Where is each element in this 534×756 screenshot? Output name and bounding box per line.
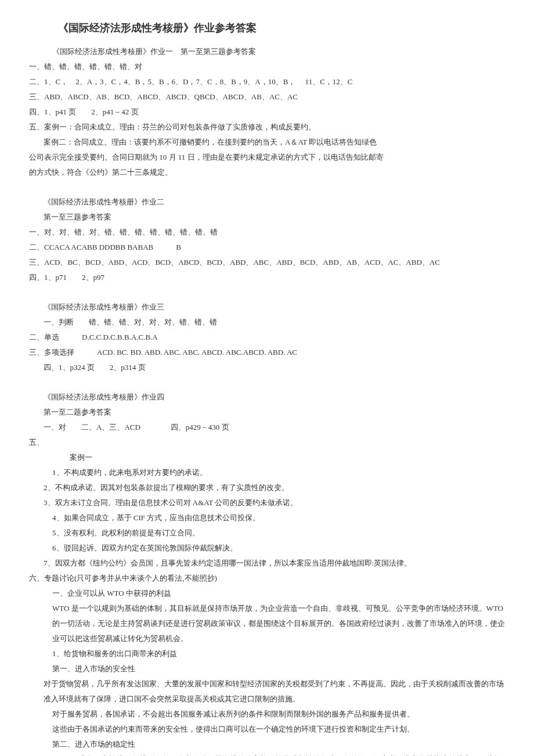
case1-2: 2、不构成承诺。因其对包装条款提出了模糊的要求，有了实质性的改变。	[29, 480, 505, 495]
topic6-p2c: 这些由于各国承诺的约束而带来的安全性，使得出口商可以在一个确定性的环境下进行投资…	[29, 722, 505, 737]
hw2-header: 《国际经济法形成性考核册》作业二	[29, 195, 505, 210]
hw3-header: 《国际经济法形成性考核册》作业三	[29, 300, 505, 315]
hw3-q4: 四、1、p324 页 2、p314 页	[29, 360, 505, 375]
hw4-sub: 第一至二题参考答案	[29, 405, 505, 420]
hw3-q2: 二、单选 D.C.C.D.C.B.B.A.C.B.A	[29, 330, 505, 345]
topic6-h1: 一、企业可以从 WTO 中获得的利益	[29, 586, 505, 601]
hw3-q1: 一、判断 错、错、错、对、对、对、错、错、错	[29, 315, 505, 330]
hw1-q3: 三、ABD、ABCD、AB、BCD、ABCD、ABCD、QBCD、ABCD、AB…	[29, 89, 505, 105]
hw4-header: 《国际经济法形成性考核册》作业四	[29, 390, 505, 405]
topic6-p1: WTO 是一个以规则为基础的体制，其目标就是保持市场开放，为企业营造一个自由、非…	[29, 601, 505, 646]
case1-label: 案例一	[29, 450, 505, 465]
hw1-q5: 五、案例一：合同未成立。理由：芬兰的公司对包装条件做了实质修改，构成反要约。	[29, 120, 505, 135]
case1-6: 6、驳回起诉。因双方约定在英国伦敦国际仲裁院解决。	[29, 541, 505, 556]
case1-5: 5、没有权利。此权利的前提是有订立合同。	[29, 525, 505, 541]
hw4-q5: 五、	[29, 435, 505, 450]
hw1-q4: 四、1、p41 页 2、p41－42 页	[29, 105, 505, 120]
hw2-q3: 三、ACD、BC、BCD、ABD、ACD、BCD、ABCD、BCD、ABD、AB…	[29, 255, 505, 270]
hw1-case2-c: 的方式快，符合《公约》第二十三条规定。	[29, 165, 505, 180]
hw2-sub: 第一至三题参考答案	[29, 210, 505, 225]
hw3-q3: 三、多项选择 ACD. BC. BD. ABD. ABC. ABC. ABCD.…	[29, 345, 505, 360]
hw1-case2-b: 公司表示完全接受要约。合同日期就为 10 月 11 日，理由是在要约未规定承诺的…	[29, 150, 505, 165]
hw1-q2: 二、1、C， 2、A，3、C，4、B，5、B，6、D，7、C，8、B，9、A，1…	[29, 74, 505, 89]
topic6-p3: WTO 要求各国实施统一的规则，各国有义务确保其海关估价和检验符合强制性的标准，…	[29, 752, 505, 756]
case1-4: 4、如果合同成立，基于 CIF 方式，应当由信息技术公司投保。	[29, 510, 505, 525]
hw1-case2-a: 案例二：合同成立。理由：该要约系不可撤销要约，在接到要约的当天，A＆AT 即以电…	[29, 135, 505, 150]
topic6-p2a: 对于货物贸易，几乎所有发达国家、大量的发展中国家和转型经济国家的关税都受到了约束…	[29, 676, 505, 707]
topic6-p2b: 对于服务贸易，各国承诺，不会超出各国服务减让表所列的条件和限制而限制外国的服务产…	[29, 707, 505, 722]
case1-7: 7、因双方都《纽约公约》会员国，且事先皆未约定适用哪一国法律，所以本案应当适用仲…	[29, 556, 505, 571]
hw2-q2: 二、CCACA ACABB DDDBB BABAB B	[29, 240, 505, 255]
hw2-q4: 四、1、p71 2、p97	[29, 270, 505, 285]
topic6-s1a: 第一、进入市场的安全性	[29, 661, 505, 676]
topic6-s1b: 第二、进入市场的稳定性	[29, 737, 505, 752]
case1-3: 3、双方未订立合同。理由是信息技术公司对 A&AT 公司的反要约未做承诺。	[29, 495, 505, 510]
hw1-header: 《国际经济法形成性考核册》作业一 第一至第三题参考答案	[29, 44, 505, 59]
topic6-sub1: 1、给货物和服务的出口商带来的利益	[29, 646, 505, 661]
hw2-q1: 一、对、对、错、对、错、错、错、错、错、错、错、错	[29, 225, 505, 240]
case1-1: 1、不构成要约，此来电系对对方要约的承诺。	[29, 465, 505, 480]
hw1-q1: 一、错、错、错、错、错、错、对	[29, 59, 505, 74]
topic6: 六、专题讨论(只可参考并从中来谈个人的看法,不能照抄)	[29, 571, 505, 586]
page-title: 《国际经济法形成性考核册》作业参考答案	[29, 17, 505, 38]
hw4-q1: 一、对 二、A、三、ACD 四、p429－430 页	[29, 420, 505, 435]
